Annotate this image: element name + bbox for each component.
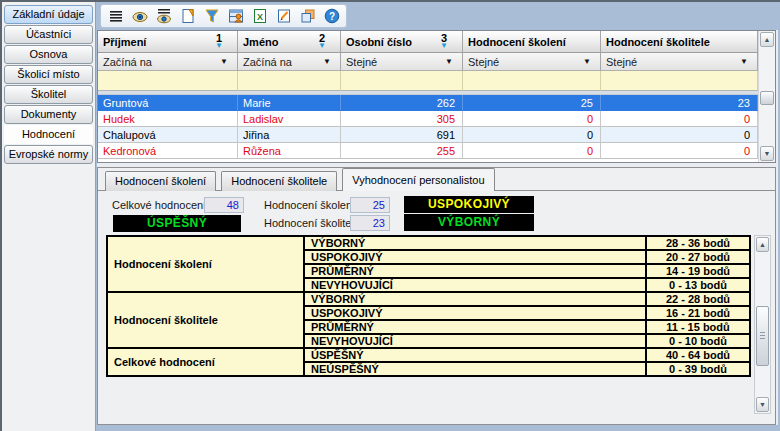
sort-indicator: 2▼ [318,33,326,50]
dropdown-arrow-icon: ▼ [445,57,453,66]
filter-input-hodnoceni-skoleni[interactable] [463,71,601,91]
scale-row: Hodnocení školitele VÝBORNÝ 22 - 28 bodů [107,292,750,306]
total-verdict-badge: ÚSPĚŠNÝ [113,215,241,232]
export-excel-icon[interactable]: X [251,8,268,25]
table-row[interactable]: Hudek Ladislav 305 0 0 [98,111,758,127]
tab-hodnoceni-skolitele[interactable]: Hodnocení školitele [221,171,337,191]
dropdown-arrow-icon: ▼ [220,57,228,66]
filter-select-osobni-cislo[interactable]: Stejné▼ [341,53,463,71]
scroll-down-icon[interactable]: ▼ [756,397,769,412]
trainer-score-value: 23 [350,215,390,231]
dropdown-arrow-icon: ▼ [323,57,331,66]
column-header-hodnoceni-skoleni[interactable]: Hodnocení školení [463,31,601,53]
sidebar: Základní údaje Účastníci Osnova Školicí … [2,2,96,431]
training-verdict-badge: USPOKOJIVÝ [404,196,534,213]
document-edit-icon[interactable] [179,8,196,25]
trainer-verdict-badge: VÝBORNÝ [404,214,534,231]
sort-arrow-icon: ▼ [440,42,448,50]
sidebar-item-skolici-misto[interactable]: Školicí místo [4,65,93,84]
grid-filter-input-row [98,71,758,91]
svg-text:?: ? [328,11,334,22]
grid-header-row: Příjmení1▼ Jméno2▼ Osobní číslo3▼ Hodnoc… [98,31,758,53]
participants-grid: Příjmení1▼ Jméno2▼ Osobní číslo3▼ Hodnoc… [97,30,776,163]
grid-scrollbar[interactable]: ▲ ▼ [758,31,775,162]
thumb-grip [760,332,765,339]
sort-indicator: 1▼ [215,33,223,50]
evaluation-panel: Hodnocení školení Hodnocení školitele Vy… [97,167,776,425]
scroll-down-icon[interactable]: ▼ [760,146,774,161]
toolbar: X ? [100,4,347,28]
scrollbar-thumb[interactable] [756,306,769,366]
sort-arrow-icon: ▼ [318,42,326,50]
scale-row: Celkové hodnocení ÚSPĚŠNÝ 40 - 64 bodů [107,348,750,362]
app-window: Základní údaje Účastníci Osnova Školicí … [0,0,780,431]
scale-group-label: Celkové hodnocení [107,348,304,376]
help-icon[interactable]: ? [323,8,340,25]
filter-select-hodnoceni-skoleni[interactable]: Stejné▼ [463,53,601,71]
filter-select-jmeno[interactable]: Začíná na▼ [238,53,341,71]
tab-hodnoceni-skoleni[interactable]: Hodnocení školení [105,171,216,191]
scroll-up-icon[interactable]: ▲ [756,237,769,252]
training-score-value: 25 [350,197,390,213]
sidebar-item-skolitel[interactable]: Školitel [4,85,93,104]
total-score-label: Celkové hodnocení [112,199,206,211]
svg-text:X: X [256,12,262,22]
scale-row: Hodnocení školení VÝBORNÝ 28 - 36 bodů [107,236,750,250]
scroll-up-icon[interactable]: ▲ [760,32,774,47]
notes-edit-icon[interactable] [275,8,292,25]
filter-input-hodnoceni-skolitele[interactable] [601,71,758,91]
dropdown-arrow-icon: ▼ [740,57,748,66]
filter-select-hodnoceni-skolitele[interactable]: Stejné▼ [601,53,758,71]
filter-funnel-icon[interactable] [203,8,220,25]
filter-input-osobni-cislo[interactable] [341,71,463,91]
grid-filter-row: Začíná na▼ Začíná na▼ Stejné▼ Stejné▼ St… [98,53,758,71]
table-row[interactable]: Gruntová Marie 262 25 23 [98,95,758,111]
scrollbar-thumb[interactable] [760,91,774,105]
scale-group-label: Hodnocení školení [107,236,304,292]
rating-scale-table: Hodnocení školení VÝBORNÝ 28 - 36 bodů U… [106,235,751,377]
table-row[interactable]: Chalupová Jiřina 691 0 0 [98,127,758,143]
total-score-value: 48 [204,197,244,213]
column-header-prijmeni[interactable]: Příjmení1▼ [98,31,238,53]
main-area: X ? Příjmení1▼ Jméno2▼ Osobní číslo3▼ Ho… [97,2,778,425]
scale-group-label: Hodnocení školitele [107,292,304,348]
column-header-jmeno[interactable]: Jméno2▼ [238,31,341,53]
sidebar-item-ucastnici[interactable]: Účastníci [4,25,93,44]
filter-input-prijmeni[interactable] [98,71,238,91]
sidebar-item-evropske-normy[interactable]: Evropské normy [4,145,93,164]
copy-pages-icon[interactable] [299,8,316,25]
sort-arrow-icon: ▼ [215,42,223,50]
sidebar-item-hodnoceni[interactable]: Hodnocení [4,125,93,144]
tab-vyhodnoceni-personalistou[interactable]: Vyhodnocení personalistou [342,168,494,191]
filter-select-prijmeni[interactable]: Začíná na▼ [98,53,238,71]
training-score-label: Hodnocení školení [264,199,355,211]
column-header-osobni-cislo[interactable]: Osobní číslo3▼ [341,31,463,53]
user-table-icon[interactable] [227,8,244,25]
sidebar-item-zakladni-udaje[interactable]: Základní údaje [4,5,93,24]
column-header-hodnoceni-skolitele[interactable]: Hodnocení školitele [601,31,758,53]
sidebar-item-osnova[interactable]: Osnova [4,45,93,64]
dropdown-arrow-icon: ▼ [583,57,591,66]
view-eye-icon[interactable] [131,8,148,25]
tab-strip: Hodnocení školení Hodnocení školitele Vy… [98,168,775,191]
panel-scrollbar[interactable]: ▲ ▼ [754,235,771,414]
trainer-score-label: Hodnocení školitele [264,217,360,229]
list-lines-icon[interactable] [107,8,124,25]
sidebar-item-dokumenty[interactable]: Dokumenty [4,105,93,124]
filter-input-jmeno[interactable] [238,71,341,91]
sort-indicator: 3▼ [440,33,448,50]
view-eye-lines-icon[interactable] [155,8,172,25]
table-row[interactable]: Kedronová Růžena 255 0 0 [98,143,758,159]
